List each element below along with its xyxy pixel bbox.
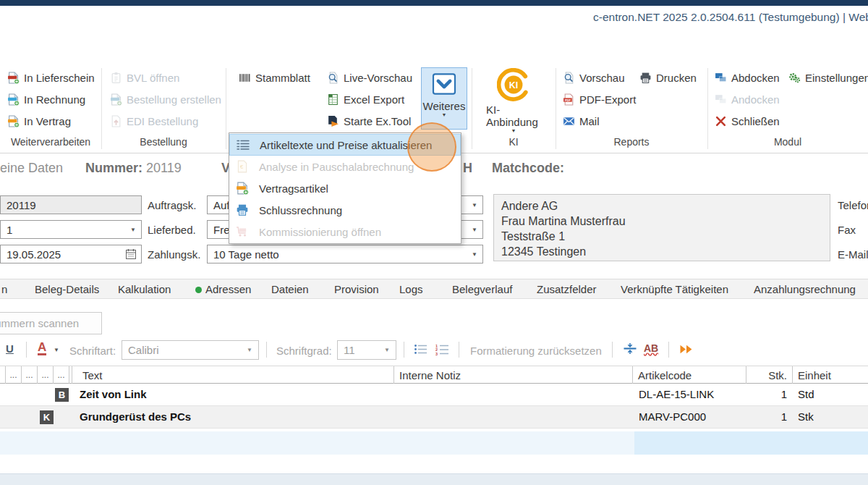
spellcheck-button[interactable]: AB — [644, 342, 658, 354]
table-header-text[interactable]: Text — [72, 366, 394, 384]
table-header-dots[interactable]: ... — [22, 366, 38, 384]
table-header-einheit[interactable]: Einheit — [793, 366, 868, 384]
version-combo[interactable]: 1 ▼ — [0, 220, 142, 239]
pdf-export-label: PDF-Export — [579, 93, 636, 106]
bvl-oeffnen-label: BVL öffnen — [127, 72, 179, 84]
chevron-down-icon[interactable]: ▼ — [384, 347, 390, 353]
tab-anzahlungsrechnung[interactable]: Anzahlungsrechnung — [754, 283, 856, 295]
chevron-down-icon[interactable]: ▼ — [54, 347, 59, 353]
in-vertrag-button[interactable]: In Vertrag — [7, 113, 71, 129]
reset-formatting-button[interactable]: Formatierung zurücksetzen — [470, 345, 602, 357]
table-header-interne-notiz[interactable]: Interne Notiz — [394, 366, 633, 384]
font-family-combo[interactable]: Calibri ▼ — [122, 340, 259, 360]
in-lieferschein-button[interactable]: In Lieferschein — [7, 69, 95, 85]
toolbar-separator — [266, 342, 267, 358]
chevron-down-icon[interactable]: ▼ — [130, 227, 136, 233]
chevron-down-icon[interactable]: ▼ — [472, 251, 477, 258]
tab-provision[interactable]: Provision — [334, 283, 379, 295]
tab-dateien[interactable]: Dateien — [271, 283, 309, 295]
chevron-down-icon[interactable]: ▼ — [472, 202, 477, 208]
zahlungsk-combo[interactable]: 10 Tage netto ▼ — [207, 245, 483, 263]
excel-export-button[interactable]: Excel Export — [327, 91, 404, 107]
mail-button[interactable]: Mail — [563, 113, 600, 129]
toolbar-separator — [612, 342, 613, 358]
menu-item-kommissionierung-oeffnen: Kommissionierung öffnen — [229, 221, 461, 242]
bvl-oeffnen-button: BVL öffnen — [110, 69, 179, 85]
chevron-down-icon[interactable]: ▼ — [247, 347, 252, 353]
number-value: 20119 — [146, 161, 182, 175]
row-artikelcode: DL-AE-15-LINK — [639, 388, 714, 400]
delivery-note-doc-icon — [7, 72, 20, 84]
menu-item-vertragsartikel[interactable]: Vertragsartikel — [229, 177, 461, 199]
stammblatt-button[interactable]: Stammblatt — [239, 69, 310, 85]
font-family-value: Calibri — [128, 344, 159, 356]
menu-item-schlussrechnung[interactable]: Schlussrechnung — [229, 199, 461, 221]
bullet-list-icon[interactable] — [414, 343, 428, 355]
live-vorschau-button[interactable]: Live-Vorschau — [327, 69, 412, 85]
row-unit: Std — [798, 388, 814, 400]
dock-windows-icon — [715, 93, 727, 106]
tab-zusatzfelder[interactable]: Zusatzfelder — [537, 283, 597, 295]
schliessen-label: Schließen — [731, 115, 780, 127]
table-header-dots[interactable]: ... — [6, 366, 22, 384]
weiteres-button[interactable]: Weiteres ▼ — [421, 67, 467, 130]
address-box[interactable]: Andere AG Frau Martina Musterfrau Testst… — [493, 194, 830, 261]
tab-belegverlauf[interactable]: Belegverlauf — [452, 283, 512, 295]
address-line-city: 12345 Testingen — [501, 244, 822, 259]
table-header-artikelcode[interactable]: Artikelcode — [633, 366, 746, 384]
abdocken-label: Abdocken — [731, 72, 780, 84]
pdf-icon — [563, 93, 575, 106]
magnifier-doc-icon — [563, 72, 575, 84]
table-header-dots[interactable]: ... — [54, 366, 69, 384]
selected-empty-row[interactable] — [0, 431, 634, 455]
insert-row-icon[interactable] — [622, 342, 638, 355]
tab-verknuepfte-taetigkeiten[interactable]: Verknüpfte Tätigkeiten — [621, 283, 728, 295]
in-rechnung-label: In Rechnung — [24, 93, 85, 106]
pdf-export-button[interactable]: PDF-Export — [563, 91, 636, 107]
abdocken-button[interactable]: Abdocken — [715, 69, 780, 85]
vorschau-button[interactable]: Vorschau — [563, 69, 625, 85]
undock-windows-icon — [715, 72, 727, 84]
tab-adressen[interactable]: Adressen — [205, 283, 251, 295]
font-color-button[interactable]: A — [38, 341, 46, 355]
row-unit: Stk — [798, 410, 814, 423]
tab-kalkulation[interactable]: Kalkulation — [118, 283, 171, 295]
tab-logs[interactable]: Logs — [399, 283, 423, 295]
chevron-down-icon[interactable]: ▼ — [472, 227, 477, 233]
tab-beleg-details[interactable]: Beleg-Details — [35, 283, 99, 295]
bestellung-erstellen-button: Bestellung erstellen — [110, 91, 221, 107]
einstellungen-button[interactable]: Einstellungen — [788, 69, 868, 85]
double-arrow-icon[interactable] — [678, 343, 694, 355]
zahlungsk-value: 10 Tage netto — [213, 248, 279, 261]
underline-button[interactable]: U — [6, 342, 14, 355]
numbered-list-icon[interactable] — [435, 343, 450, 355]
font-size-combo[interactable]: 11 ▼ — [337, 340, 396, 360]
magnifier-doc-icon — [327, 72, 339, 84]
row-artikelcode: MARV-PC000 — [639, 410, 706, 423]
menu-item-label: Kommissionierung öffnen — [259, 226, 381, 238]
address-line-company: Andere AG — [501, 198, 822, 214]
date-value: 19.05.2025 — [7, 248, 61, 261]
table-header-dots[interactable]: ... — [38, 366, 54, 384]
table-row[interactable]: K Grundgerüst des PCs MARV-PC000 1 Stk — [0, 406, 868, 429]
schliessen-button[interactable]: Schließen — [715, 113, 780, 129]
in-rechnung-button[interactable]: In Rechnung — [7, 91, 85, 107]
order-number-field[interactable]: 20119 — [0, 195, 142, 214]
printer-icon — [639, 72, 652, 84]
nummern-scannen-button[interactable]: nummern scannen — [0, 312, 102, 334]
address-line-contact: Frau Martina Musterfrau — [501, 214, 822, 229]
lieferbed-label: Lieferbed. — [148, 224, 196, 236]
selected-empty-row-highlight[interactable] — [634, 431, 868, 455]
bestellung-erstellen-label: Bestellung erstellen — [127, 93, 221, 106]
address-line-street: Teststraße 1 — [501, 229, 822, 244]
header-partial-text: H — [463, 161, 472, 176]
table-row[interactable]: B Zeit von Link DL-AE-15-LINK 1 Std — [0, 384, 868, 406]
ki-anbindung-button[interactable]: KI-Anbindung ▼ — [486, 68, 541, 134]
drucken-button[interactable]: Drucken — [639, 69, 697, 85]
table-header-stk[interactable]: Stk. — [746, 366, 793, 384]
vorschau-label: Vorschau — [579, 72, 625, 84]
calendar-icon[interactable] — [125, 248, 137, 260]
starte-extool-button[interactable]: Starte Ex.Tool — [327, 113, 411, 129]
tab-partial[interactable]: n — [1, 283, 7, 295]
date-field[interactable]: 19.05.2025 — [0, 245, 142, 263]
